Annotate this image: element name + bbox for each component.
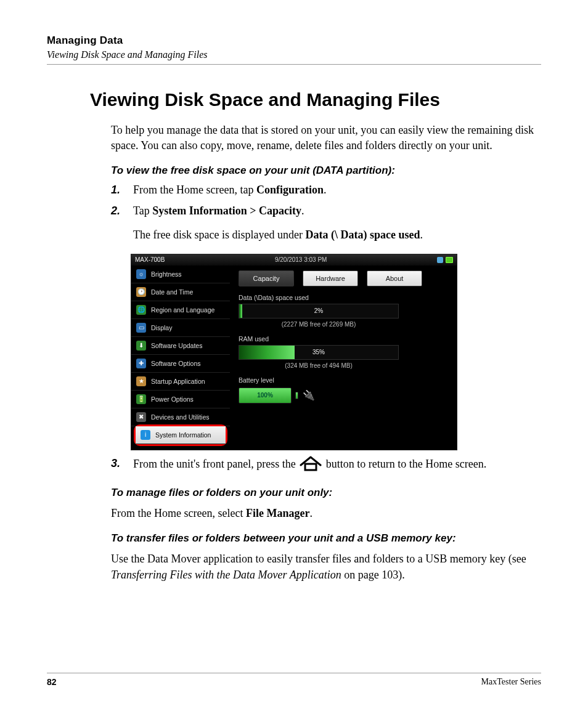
device-content: Capacity Hardware About Data (\Data) spa… <box>230 266 457 450</box>
sidebar-icon: ⬇ <box>136 341 146 351</box>
section-title: Viewing Disk Space and Managing Files <box>47 49 541 60</box>
sidebar-item[interactable]: ✚Software Options <box>131 355 230 373</box>
sidebar-item[interactable]: ▭Display <box>131 319 230 337</box>
manage-files-paragraph: From the Home screen, select File Manage… <box>111 505 535 521</box>
device-titlebar: MAX-700B 9/20/2013 3:03 PM <box>131 254 457 266</box>
bluetooth-icon <box>437 257 443 263</box>
product-series: MaxTester Series <box>481 677 541 687</box>
battery-tip-icon <box>295 392 298 399</box>
step-2: 2. Tap System Information > Capacity. Th… <box>111 203 535 242</box>
sidebar-icon: ✖ <box>136 412 146 422</box>
sidebar-item-label: Software Updates <box>151 342 202 349</box>
sidebar-item-label: Date and Time <box>151 288 193 296</box>
subheader-transfer-files: To transfer files or folders between you… <box>111 532 535 545</box>
sidebar-icon: ▭ <box>136 323 146 333</box>
device-model: MAX-700B <box>135 256 165 263</box>
sidebar-item-system-information[interactable]: iSystem Information <box>136 426 226 444</box>
info-icon: i <box>141 430 150 440</box>
sidebar-item[interactable]: ⬇Software Updates <box>131 337 230 355</box>
steps-list-continued: 3. From the unit's front panel, press th… <box>111 455 535 476</box>
sidebar-item[interactable]: 🔋Power Options <box>131 391 230 408</box>
step-text: From the unit's front panel, press the b… <box>133 455 535 476</box>
step-number: 3. <box>111 455 125 476</box>
sidebar-item-label: Startup Application <box>151 378 205 385</box>
device-clock: 9/20/2013 3:03 PM <box>275 256 327 263</box>
device-sidebar: ☼Brightness🕑Date and Time🌐Region and Lan… <box>131 266 230 450</box>
body: To help you manage the data that is stor… <box>111 123 535 243</box>
page-heading: Viewing Disk Space and Managing Files <box>90 89 541 110</box>
sidebar-item[interactable]: ★Startup Application <box>131 373 230 391</box>
highlight-ring: iSystem Information <box>134 424 227 446</box>
sidebar-item-label: Brightness <box>151 270 182 278</box>
step-number: 2. <box>111 203 125 242</box>
sidebar-icon: 🕑 <box>136 287 146 297</box>
tab-capacity[interactable]: Capacity <box>239 270 294 286</box>
battery-level-label: Battery level <box>239 376 448 384</box>
step-text: From the Home screen, tap Configuration. <box>133 182 535 198</box>
intro-paragraph: To help you manage the data that is stor… <box>111 123 535 153</box>
sidebar-icon: 🔋 <box>136 394 146 404</box>
sidebar-item[interactable]: 🕑Date and Time <box>131 283 230 301</box>
subheader-manage-files: To manage files or folders on your unit … <box>111 487 535 499</box>
header-rule <box>47 64 541 65</box>
sidebar-icon: ★ <box>136 376 146 386</box>
step-1: 1. From the Home screen, tap Configurati… <box>111 182 535 198</box>
sidebar-icon: ☼ <box>136 269 146 279</box>
running-header: Managing Data Viewing Disk Space and Man… <box>47 34 541 65</box>
page-number: 82 <box>47 677 57 687</box>
svg-rect-0 <box>305 464 316 470</box>
power-plug-icon: 🔌 <box>303 389 314 402</box>
tabs: Capacity Hardware About <box>239 270 448 286</box>
data-used-bar: 2% <box>239 304 399 318</box>
battery-level-indicator: 100% 🔌 <box>239 387 448 404</box>
step-number: 1. <box>111 182 125 198</box>
sidebar-icon: ✚ <box>136 359 146 368</box>
ram-used-bar: 35% <box>239 345 399 360</box>
tab-about[interactable]: About <box>367 270 422 286</box>
data-used-label: Data (\Data) space used <box>239 294 448 301</box>
sidebar-item-label: Power Options <box>151 396 194 403</box>
sidebar-item-label: Region and Language <box>151 306 214 314</box>
battery-level-pct: 100% <box>239 387 292 404</box>
subheader-view-disk: To view the free disk space on your unit… <box>111 164 535 177</box>
device-screenshot: MAX-700B 9/20/2013 3:03 PM ☼Brightness🕑D… <box>131 254 457 450</box>
ram-used-label: RAM used <box>239 335 448 343</box>
ram-used-pct: 35% <box>239 346 398 359</box>
home-icon <box>298 455 323 476</box>
step-3: 3. From the unit's front panel, press th… <box>111 455 535 476</box>
sidebar-item[interactable]: ☼Brightness <box>131 266 230 283</box>
sidebar-item-label: Software Options <box>151 360 201 367</box>
tab-hardware[interactable]: Hardware <box>303 270 358 286</box>
body-continued: 3. From the unit's front panel, press th… <box>111 455 535 583</box>
step-text: Tap System Information > Capacity. The f… <box>133 203 535 242</box>
sidebar-item-label: Devices and Utilities <box>151 413 210 421</box>
battery-status-icon <box>446 257 453 263</box>
sidebar-item-label: Display <box>151 324 172 331</box>
steps-list: 1. From the Home screen, tap Configurati… <box>111 182 535 242</box>
ram-used-caption: (324 MB free of 494 MB) <box>239 362 399 369</box>
transfer-files-paragraph: Use the Data Mover application to easily… <box>111 551 535 583</box>
footer-rule <box>47 673 541 673</box>
sidebar-item-label: System Information <box>155 431 211 439</box>
data-used-pct: 2% <box>239 304 398 318</box>
sidebar-icon: 🌐 <box>136 305 146 315</box>
data-used-caption: (2227 MB free of 2269 MB) <box>239 321 399 328</box>
sidebar-item[interactable]: 🌐Region and Language <box>131 301 230 319</box>
sidebar-item[interactable]: ✖Devices and Utilities <box>131 408 230 426</box>
page-footer: 82 MaxTester Series <box>47 673 541 687</box>
chapter-title: Managing Data <box>47 34 541 47</box>
